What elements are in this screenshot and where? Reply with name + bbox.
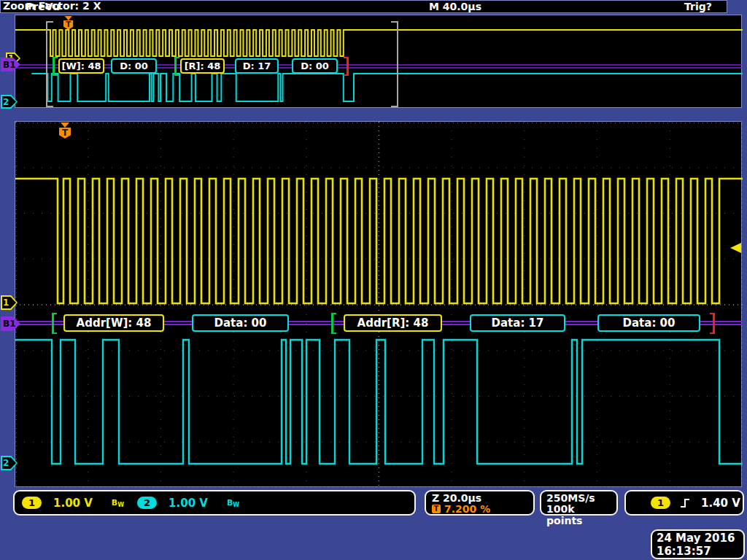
zoom-scale-readout: Z 20.0µs	[432, 492, 527, 503]
channel-marker-bus-ov: B1	[1, 58, 20, 71]
bus-decode-box: D: 00	[292, 58, 338, 74]
header-bar: Tek PreVu M 40.0µs Trig?	[0, 0, 747, 14]
trigger-readout-box: 1 1.40 V	[624, 490, 744, 516]
bus-decode-box: Addr[R]: 48	[344, 314, 442, 332]
rising-edge-slope-icon	[679, 497, 691, 510]
trigger-flag-triangle	[61, 122, 69, 128]
oscilloscope-screen: { "header": { "logo": "Tek", "mode": "Pr…	[0, 0, 747, 560]
trigger-status-label: Trig?	[684, 1, 712, 12]
zoom-factor-label: Zoom Factor: 2 X	[3, 0, 101, 12]
record-length-readout: 100k points	[546, 503, 611, 514]
channel-readout-box: 1 1.00 V BW 2 1.00 V BW	[13, 490, 416, 516]
frame-start-bracket	[331, 313, 336, 334]
trigger-position-flag-icon: T	[59, 122, 71, 139]
acquisition-box: 250MS/s 100k points	[540, 490, 618, 516]
frame-stop-bracket	[344, 57, 349, 76]
bus-decode-box: Addr[W]: 48	[63, 314, 164, 332]
zoom-scale-box: Z 20.0µs T 7.200 %	[425, 490, 535, 516]
marker-label: 2	[1, 456, 18, 470]
zoom-window-right-bracket	[391, 21, 398, 107]
bus-decode-box: Data: 00	[192, 314, 289, 332]
zoom-position-readout: T 7.200 %	[432, 503, 527, 514]
date-readout: 24 May 2016	[657, 532, 739, 545]
trigger-t-icon: T	[432, 505, 441, 513]
datetime-box: 24 May 2016 16:13:57	[651, 529, 745, 559]
channel2-bandwidth-icon: BW	[227, 498, 239, 508]
trigger-position-flag-icon: T	[63, 16, 74, 30]
trigger-flag-t: T	[63, 20, 74, 30]
frame-start-bracket	[174, 57, 179, 76]
trigger-flag-t: T	[59, 128, 71, 139]
overview-waveform-panel: [W]: 48D: 00[R]: 48D: 17D: 00T	[15, 15, 742, 108]
marker-label: B1	[1, 58, 20, 71]
trigger-source-badge: 1	[651, 497, 670, 509]
channel1-badge: 1	[22, 497, 42, 509]
timebase-readout: M 40.0µs	[429, 1, 481, 12]
bus-decode-box: D: 17	[235, 58, 279, 74]
frame-stop-bracket	[710, 313, 715, 334]
bus-decode-box: D: 00	[111, 58, 157, 74]
channel2-scale: 1.00 V	[169, 497, 208, 510]
trigger-level-arrow-icon	[730, 243, 741, 253]
channel-marker-ch2-ov: 2	[1, 95, 18, 109]
channel-marker-ch1-main: 1	[1, 295, 18, 310]
channel-marker-ch2-main: 2	[1, 456, 18, 470]
channel1-scale: 1.00 V	[53, 497, 93, 510]
marker-label: B1	[1, 316, 20, 331]
time-readout: 16:13:57	[657, 545, 739, 558]
marker-label: 1	[1, 295, 18, 310]
bus-decode-box: [R]: 48	[180, 58, 225, 74]
bus-decode-box: Data: 17	[470, 314, 565, 332]
trigger-flag-triangle	[65, 16, 72, 20]
main-graticule-and-traces	[15, 122, 743, 488]
marker-label: 2	[1, 95, 18, 109]
bus-decode-box: Data: 00	[597, 314, 700, 332]
zoomed-waveform-panel: Addr[W]: 48Data: 00Addr[R]: 48Data: 17Da…	[15, 121, 742, 487]
frame-start-bracket	[53, 57, 58, 76]
frame-start-bracket	[52, 313, 57, 334]
channel2-badge: 2	[137, 497, 157, 509]
channel-marker-bus-main: B1	[1, 316, 20, 331]
bus-decode-box: [W]: 48	[58, 58, 104, 74]
channel1-bandwidth-icon: BW	[112, 498, 124, 508]
sample-rate-readout: 250MS/s	[546, 492, 611, 503]
trigger-level-readout: 1.40 V	[701, 497, 740, 510]
